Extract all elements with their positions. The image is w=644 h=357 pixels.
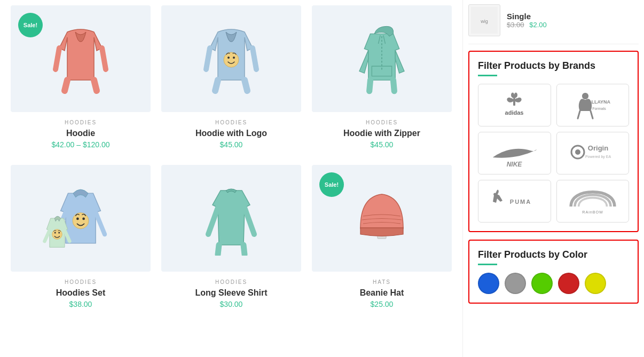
color-swatch-red[interactable] xyxy=(558,273,579,294)
sidebar-product-thumb: wig xyxy=(468,4,500,36)
product-price: $45.00 xyxy=(371,140,394,149)
product-card-hoodies-set[interactable]: HOODIES Hoodies Set $38.00 xyxy=(11,165,151,314)
product-price: $42.00 – $120.00 xyxy=(52,140,110,149)
svg-line-28 xyxy=(218,245,219,255)
sidebar: wig Single $3.00 $2.00 Filter Products b… xyxy=(462,0,644,357)
svg-line-1 xyxy=(94,80,97,91)
product-category: HATS xyxy=(373,279,391,285)
product-image-hoodie-logo xyxy=(161,5,301,112)
product-name: Hoodie xyxy=(66,129,95,138)
beanie-illustration xyxy=(347,181,417,256)
original-price: $3.00 xyxy=(507,21,524,29)
product-name: Hoodie with Logo xyxy=(195,129,267,138)
filter-brands-box: Filter Products by Brands adidas xyxy=(468,51,639,232)
svg-line-5 xyxy=(245,80,247,91)
sale-price: $2.00 xyxy=(529,21,547,29)
adidas-logo: adidas xyxy=(488,92,541,118)
svg-point-25 xyxy=(58,232,60,234)
hoodies-set-illustration xyxy=(41,178,121,258)
svg-point-8 xyxy=(224,52,239,67)
svg-line-6 xyxy=(206,48,210,69)
filter-color-box: Filter Products by Color xyxy=(468,240,639,304)
product-name: Hoodie with Zipper xyxy=(343,129,420,138)
brand-item-nike[interactable]: NIKE xyxy=(478,132,551,174)
puma-logo: PUMA xyxy=(488,188,541,215)
svg-line-36 xyxy=(578,111,580,118)
svg-point-10 xyxy=(233,57,235,59)
hoodie-illustration xyxy=(46,21,115,96)
product-price: $38.00 xyxy=(69,300,92,308)
brand-item-allayna[interactable]: ALLAYNA Formats xyxy=(556,84,630,126)
brand-item-adidas[interactable]: adidas xyxy=(478,84,551,126)
color-swatch-blue[interactable] xyxy=(478,273,499,294)
product-category: HOODIES xyxy=(215,279,247,285)
svg-line-2 xyxy=(56,48,59,69)
svg-line-14 xyxy=(370,80,371,91)
hoodie-zipper-illustration xyxy=(347,21,417,96)
filter-color-underline xyxy=(478,264,497,265)
brand-grid: adidas xyxy=(478,84,629,223)
svg-line-0 xyxy=(65,80,67,91)
filter-color-title: Filter Products by Color xyxy=(478,249,629,260)
origin-logo: Origin Powered by EA xyxy=(566,140,619,166)
svg-text:ALLAYNA: ALLAYNA xyxy=(588,99,611,105)
longsleeve-illustration xyxy=(197,181,266,256)
main-content: Sale! HOODIES Hoodie $42.00 – $120.00 xyxy=(0,0,462,357)
svg-line-27 xyxy=(245,208,254,234)
svg-line-4 xyxy=(215,80,218,91)
svg-text:RAinBOW: RAinBOW xyxy=(582,209,603,214)
svg-text:PUMA: PUMA xyxy=(510,199,531,205)
product-card-beanie[interactable]: Sale! HATS xyxy=(312,165,452,314)
color-swatch-yellow[interactable] xyxy=(585,273,606,294)
svg-line-29 xyxy=(244,245,245,255)
svg-line-3 xyxy=(102,48,106,69)
allayna-logo: ALLAYNA Formats xyxy=(566,92,619,118)
filter-brands-title: Filter Products by Brands xyxy=(478,60,629,72)
product-category: HOODIES xyxy=(65,279,97,285)
product-category: HOODIES xyxy=(215,120,247,125)
svg-text:adidas: adidas xyxy=(505,109,524,116)
product-grid: Sale! HOODIES Hoodie $42.00 – $120.00 xyxy=(11,5,452,314)
product-price: $45.00 xyxy=(220,140,243,149)
brand-item-origin[interactable]: Origin Powered by EA xyxy=(556,132,630,174)
product-category: HOODIES xyxy=(65,120,97,125)
product-card-longsleeve[interactable]: HOODIES Long Sleeve Shirt $30.00 xyxy=(161,165,301,314)
nike-logo: NIKE xyxy=(488,140,541,166)
sale-badge-beanie: Sale! xyxy=(319,172,344,197)
svg-point-42 xyxy=(575,149,580,155)
svg-text:Origin: Origin xyxy=(588,144,608,152)
sidebar-product-title: Single xyxy=(507,12,547,21)
color-swatch-gray[interactable] xyxy=(505,273,526,294)
svg-point-19 xyxy=(76,218,79,220)
product-category: HOODIES xyxy=(366,120,398,125)
svg-line-26 xyxy=(208,208,218,234)
filter-brands-underline xyxy=(478,75,497,76)
svg-point-9 xyxy=(227,57,230,59)
svg-point-24 xyxy=(54,232,56,234)
brand-item-rainbow[interactable]: RAinBOW xyxy=(556,180,630,223)
sidebar-top-product: wig Single $3.00 $2.00 xyxy=(468,0,639,44)
svg-line-37 xyxy=(591,111,593,118)
product-name: Beanie Hat xyxy=(360,288,404,298)
svg-line-17 xyxy=(96,212,105,234)
product-image-hoodie-zipper xyxy=(312,5,452,112)
svg-point-18 xyxy=(73,213,89,229)
page-wrapper: Sale! HOODIES Hoodie $42.00 – $120.00 xyxy=(0,0,644,357)
svg-line-21 xyxy=(45,231,50,242)
svg-text:Powered by EA: Powered by EA xyxy=(585,155,611,159)
product-name: Long Sleeve Shirt xyxy=(195,288,267,298)
product-image-hoodie: Sale! xyxy=(11,5,151,112)
product-card-hoodie[interactable]: Sale! HOODIES Hoodie $42.00 – $120.00 xyxy=(11,5,151,154)
svg-line-15 xyxy=(393,80,394,91)
product-price: $30.00 xyxy=(220,300,243,308)
brand-item-puma[interactable]: PUMA xyxy=(478,180,551,223)
sale-badge: Sale! xyxy=(18,13,43,37)
product-card-hoodie-zipper[interactable]: HOODIES Hoodie with Zipper $45.00 xyxy=(312,5,452,154)
color-swatch-green[interactable] xyxy=(531,273,553,294)
product-card-hoodie-logo[interactable]: HOODIES Hoodie with Logo $45.00 xyxy=(161,5,301,154)
product-name: Hoodies Set xyxy=(56,288,105,298)
svg-point-20 xyxy=(82,218,85,220)
svg-text:wig: wig xyxy=(480,19,488,24)
svg-line-7 xyxy=(253,48,256,69)
svg-rect-35 xyxy=(513,98,515,106)
